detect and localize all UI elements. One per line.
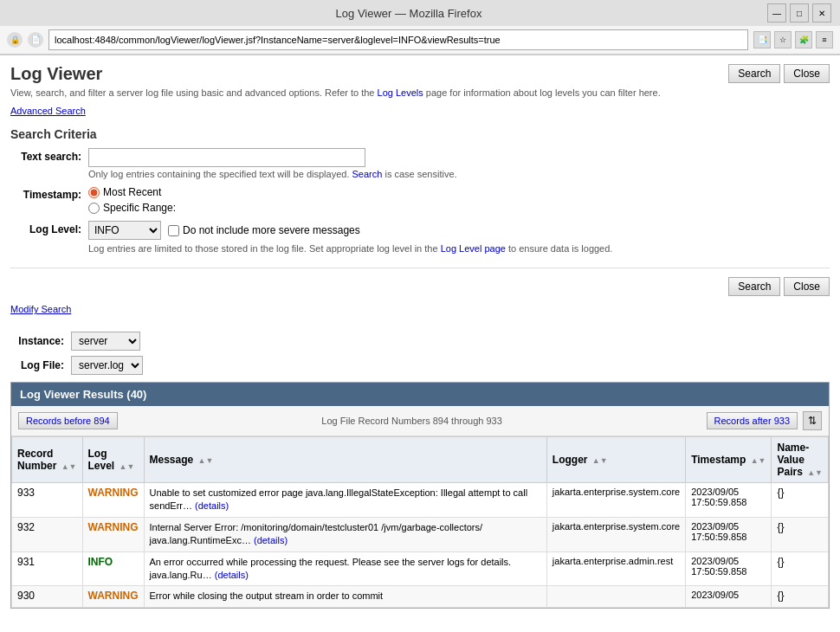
- loglevel-sort-arrow[interactable]: ▲▼: [120, 462, 135, 471]
- extensions-icon[interactable]: 🧩: [795, 31, 812, 48]
- col-message: Message ▲▼: [144, 437, 546, 483]
- log-level-label: Log Level:: [10, 221, 88, 235]
- security-icon: 🔒: [7, 32, 23, 48]
- logfile-row: Log File: server.log: [10, 356, 830, 375]
- loglevel-932: WARNING: [82, 517, 144, 551]
- nvp-sort-arrow[interactable]: ▲▼: [807, 468, 823, 477]
- do-not-include-severe-label[interactable]: Do not include more severe messages: [168, 224, 360, 236]
- details-932-link[interactable]: (details): [254, 535, 288, 545]
- text-search-row: Text search: Only log entries containing…: [10, 148, 830, 179]
- record-sort-arrow[interactable]: ▲▼: [61, 462, 77, 471]
- timestamp-specific-range[interactable]: Specific Range:: [88, 202, 830, 214]
- do-not-include-severe-text: Do not include more severe messages: [183, 224, 360, 236]
- logger-sort-arrow[interactable]: ▲▼: [592, 456, 608, 465]
- modify-search-link[interactable]: Modify Search: [10, 304, 71, 314]
- text-search-hint: Only log entries containing the specifie…: [88, 169, 830, 179]
- log-level-page-link[interactable]: Log Level page: [441, 243, 506, 254]
- logger-930: [546, 586, 685, 607]
- details-931-link[interactable]: (details): [215, 570, 249, 580]
- instance-row: Instance: server: [10, 332, 830, 351]
- log-level-row: Log Level: INFO WARNING SEVERE CONFIG FI…: [10, 221, 830, 254]
- loglevel-931: INFO: [82, 551, 144, 586]
- most-recent-label: Most Recent: [103, 186, 161, 198]
- log-level-select[interactable]: INFO WARNING SEVERE CONFIG FINE FINER FI…: [88, 221, 161, 240]
- timestamp-most-recent[interactable]: Most Recent: [88, 186, 830, 198]
- do-not-include-severe-checkbox[interactable]: [168, 225, 179, 236]
- message-933: Unable to set customized error page java…: [144, 483, 546, 518]
- table-body: 933 WARNING Unable to set customized err…: [12, 483, 829, 608]
- col-log-level: LogLevel ▲▼: [82, 437, 144, 483]
- record-931: 931: [12, 551, 83, 586]
- logfile-select[interactable]: server.log: [71, 356, 143, 375]
- loglevel-930: WARNING: [82, 586, 144, 607]
- log-levels-link[interactable]: Log Levels: [378, 87, 423, 98]
- action-row-bottom: Search Close: [10, 277, 830, 296]
- instance-section: Instance: server Log File: server.log: [10, 332, 830, 375]
- window-controls[interactable]: — □ ✕: [762, 3, 837, 23]
- section-divider: [10, 268, 830, 268]
- message-930: Error while closing the output stream in…: [144, 586, 546, 607]
- text-search-label: Text search:: [10, 148, 88, 163]
- close-button-top[interactable]: Close: [784, 64, 830, 83]
- search-button-top[interactable]: Search: [728, 64, 780, 83]
- nvp-931: {}: [772, 551, 829, 586]
- minimize-button[interactable]: —: [767, 3, 786, 23]
- timestamp-931: 2023/09/0517:50:59.858: [686, 551, 772, 586]
- maximize-button[interactable]: □: [790, 3, 809, 23]
- close-button-bottom[interactable]: Close: [784, 277, 830, 296]
- page-header: Log Viewer Search Close: [10, 64, 830, 84]
- record-932: 932: [12, 517, 83, 551]
- text-search-input[interactable]: [88, 148, 365, 167]
- nvp-932: {}: [772, 517, 829, 551]
- results-header: Log Viewer Results (40): [11, 383, 829, 406]
- timestamp-label: Timestamp:: [10, 186, 88, 201]
- star-icon[interactable]: ☆: [774, 31, 792, 48]
- search-criteria-section: Search Criteria Text search: Only log en…: [10, 127, 830, 254]
- timestamp-row: Timestamp: Most Recent Specific Range:: [10, 186, 830, 214]
- timestamp-sort-arrow[interactable]: ▲▼: [751, 456, 766, 465]
- details-933-link[interactable]: (details): [195, 500, 229, 511]
- col-name-value-pairs: Name-ValuePairs ▲▼: [772, 437, 829, 483]
- logfile-label: Log File:: [10, 359, 71, 371]
- results-panel: Log Viewer Results (40) Records before 8…: [10, 382, 830, 609]
- records-range-text: Log File Record Numbers 894 through 933: [123, 416, 701, 426]
- records-before-button[interactable]: Records before 894: [18, 412, 118, 429]
- message-sort-arrow[interactable]: ▲▼: [198, 456, 214, 465]
- timestamp-specific-range-radio[interactable]: [88, 203, 100, 214]
- instance-select[interactable]: server: [71, 332, 140, 351]
- bookmark-manager-icon[interactable]: 📑: [753, 31, 771, 48]
- page-content: Log Viewer Search Close View, search, an…: [0, 55, 840, 632]
- close-window-button[interactable]: ✕: [812, 3, 831, 23]
- toolbar-icons: 📑 ☆ 🧩 ≡: [753, 31, 833, 48]
- results-toolbar: Records before 894 Log File Record Numbe…: [11, 406, 829, 436]
- timestamp-most-recent-radio[interactable]: [88, 187, 100, 198]
- results-table: RecordNumber ▲▼ LogLevel ▲▼ Message ▲▼ L…: [11, 436, 829, 608]
- timestamp-options: Most Recent Specific Range:: [88, 186, 830, 214]
- logger-932: jakarta.enterprise.system.core: [546, 517, 685, 551]
- address-input[interactable]: [48, 29, 748, 50]
- page-icon: 📄: [28, 32, 43, 48]
- records-after-button[interactable]: Records after 933: [707, 412, 798, 429]
- table-row: 930 WARNING Error while closing the outp…: [12, 586, 829, 607]
- log-level-warning: Log entries are limited to those stored …: [88, 243, 830, 254]
- log-level-controls: INFO WARNING SEVERE CONFIG FINE FINER FI…: [88, 221, 830, 240]
- browser-chrome: Log Viewer — Mozilla Firefox — □ ✕ 🔒 📄 📑…: [0, 0, 840, 55]
- table-row: 931 INFO An error occurred while process…: [12, 551, 829, 586]
- text-search-content: Only log entries containing the specifie…: [88, 148, 830, 179]
- window-title: Log Viewer — Mozilla Firefox: [55, 7, 762, 20]
- record-933: 933: [12, 483, 83, 518]
- logger-931: jakarta.enterprise.admin.rest: [546, 551, 685, 586]
- sort-direction-icon[interactable]: ⇅: [803, 411, 822, 430]
- log-level-content: INFO WARNING SEVERE CONFIG FINE FINER FI…: [88, 221, 830, 254]
- search-button-bottom[interactable]: Search: [728, 277, 780, 296]
- advanced-search-link[interactable]: Advanced Search: [10, 106, 86, 116]
- col-record-number: RecordNumber ▲▼: [12, 437, 83, 483]
- menu-icon[interactable]: ≡: [816, 31, 833, 48]
- address-bar: 🔒 📄 📑 ☆ 🧩 ≡: [0, 26, 840, 55]
- col-logger: Logger ▲▼: [546, 437, 685, 483]
- title-bar: Log Viewer — Mozilla Firefox — □ ✕: [0, 0, 840, 26]
- message-931: An error occurred while processing the r…: [144, 551, 546, 586]
- search-criteria-title: Search Criteria: [10, 127, 830, 141]
- page-title: Log Viewer: [10, 64, 102, 84]
- nvp-930: {}: [772, 586, 829, 607]
